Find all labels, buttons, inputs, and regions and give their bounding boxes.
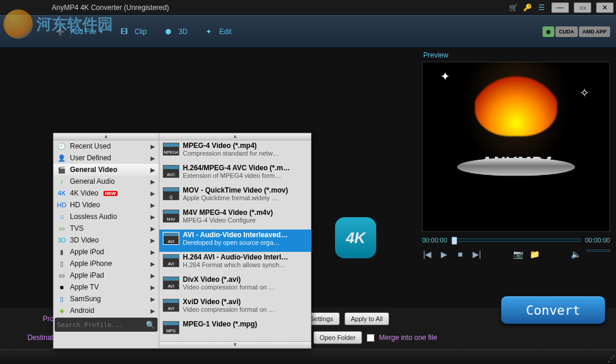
edit-button[interactable]: ✦ Edit xyxy=(202,25,232,39)
category-label: 4K Video xyxy=(70,189,99,197)
resize-grip-icon[interactable]: ⋰ xyxy=(608,355,614,363)
close-button[interactable]: ✕ xyxy=(596,2,614,13)
category-item[interactable]: ▭Apple iPad▶ xyxy=(53,269,159,281)
volume-slider[interactable] xyxy=(587,250,610,252)
category-icon: 3D xyxy=(57,236,66,244)
convert-button[interactable]: Convert xyxy=(501,296,605,324)
chevron-right-icon: ▶ xyxy=(150,225,155,232)
3d-button[interactable]: ⬢ 3D xyxy=(161,25,188,39)
time-elapsed: 00:00:00 xyxy=(422,237,447,244)
category-item[interactable]: ▯Apple iPhone▶ xyxy=(53,258,159,269)
chevron-right-icon: ▶ xyxy=(150,308,155,314)
format-item[interactable]: MPEG4MPEG-4 Video (*.mp4)Compression sta… xyxy=(159,140,311,163)
profile-search-input[interactable] xyxy=(57,321,146,329)
category-label: Lossless Audio xyxy=(70,213,117,221)
stop-button[interactable]: ■ xyxy=(455,250,466,259)
category-icon: ▯ xyxy=(57,259,66,268)
category-icon: ♪ xyxy=(57,177,66,186)
statusbar: ⋰ xyxy=(0,349,616,364)
format-icon: AVI xyxy=(163,232,179,245)
clip-icon: 🎞 xyxy=(117,25,131,39)
profile-popup: ▲ 🕘Recent Used▶👤User Defined▶🎬General Vi… xyxy=(53,133,312,349)
chevron-right-icon: ▶ xyxy=(150,190,155,197)
chevron-right-icon: ▶ xyxy=(150,237,155,244)
format-item[interactable]: AVCH.264/MPEG-4 AVC Video (*.m…Extension… xyxy=(159,163,311,185)
preview-canvas: ✦ ✧ ANYMP4 xyxy=(422,62,610,232)
category-item[interactable]: 🕘Recent Used▶ xyxy=(53,140,159,152)
format-desc: Video compression format on … xyxy=(183,284,307,291)
category-icon: 4K xyxy=(57,189,66,197)
category-icon: 👤 xyxy=(57,154,66,162)
format-item[interactable]: M4VM4V MPEG-4 Video (*.m4v)MPEG-4 Video … xyxy=(159,207,311,230)
category-item[interactable]: 4K4K VideoNEW▶ xyxy=(53,187,159,199)
category-item[interactable]: ▯SamSung▶ xyxy=(53,293,159,305)
category-item[interactable]: ▮Apple iPod▶ xyxy=(53,246,159,258)
category-scroll-up[interactable]: ▲ xyxy=(53,133,159,140)
search-icon: 🔍 xyxy=(146,321,155,329)
format-title: MOV - QuickTime Video (*.mov) xyxy=(183,186,307,194)
format-item[interactable]: AVIH.264 AVI - Audio-Video Interl…H.264 … xyxy=(159,252,311,274)
format-scroll-up[interactable]: ▲ xyxy=(159,133,311,140)
format-icon: MPG xyxy=(163,321,179,334)
add-file-button[interactable]: ➕ Add File▾ xyxy=(53,25,103,39)
category-icon: ♫ xyxy=(57,213,66,221)
apply-all-button[interactable]: Apply to All xyxy=(344,312,389,325)
format-icon: AVI xyxy=(163,277,179,289)
wand-icon: ✦ xyxy=(202,25,216,39)
menu-icon[interactable]: ☰ xyxy=(536,2,547,13)
format-item[interactable]: AVIAVI - Audio-Video Interleaved…Derelop… xyxy=(159,230,311,252)
category-item[interactable]: ◈Android▶ xyxy=(53,305,159,316)
category-item[interactable]: ♫Lossless Audio▶ xyxy=(53,211,159,223)
format-icon: MPEG4 xyxy=(163,143,179,156)
snapshot-button[interactable]: 📷 xyxy=(513,250,523,259)
category-icon: ▮ xyxy=(57,248,66,256)
profile-search[interactable]: 🔍 xyxy=(55,318,158,332)
chevron-right-icon: ▶ xyxy=(150,296,155,302)
add-file-icon: ➕ xyxy=(53,25,67,39)
volume-button[interactable]: 🔈 xyxy=(570,250,581,259)
chevron-right-icon: ▶ xyxy=(150,284,155,291)
category-item[interactable]: ▭TVS▶ xyxy=(53,223,159,234)
cube-3d-icon: ⬢ xyxy=(161,25,175,39)
chevron-right-icon: ▶ xyxy=(150,143,155,150)
category-label: TVS xyxy=(70,224,83,232)
format-title: DivX Video (*.avi) xyxy=(183,275,307,284)
cart-icon[interactable]: 🛒 xyxy=(508,2,518,13)
category-label: Android xyxy=(70,306,94,315)
category-item[interactable]: ■Apple TV▶ xyxy=(53,281,159,293)
cuda-badge: CUDA xyxy=(555,26,578,37)
seek-slider[interactable] xyxy=(451,238,581,242)
next-button[interactable]: ▶| xyxy=(471,250,482,259)
prev-button[interactable]: |◀ xyxy=(422,250,433,259)
category-item[interactable]: HDHD Video▶ xyxy=(53,199,159,211)
key-icon[interactable]: 🔑 xyxy=(522,2,533,13)
format-desc: Dereloped by open source orga… xyxy=(183,239,307,246)
main-toolbar: ➕ Add File▾ 🎞 Clip ⬢ 3D ✦ Edit ◉ CUDA AM… xyxy=(0,15,616,48)
merge-checkbox[interactable] xyxy=(367,334,374,342)
format-item[interactable]: AVIDivX Video (*.avi)Video compression f… xyxy=(159,274,311,296)
category-icon: ▭ xyxy=(57,271,66,279)
category-item[interactable]: 3D3D Video▶ xyxy=(53,234,159,246)
format-desc: MPEG-4 Video Configure xyxy=(183,217,307,224)
play-button[interactable]: ▶ xyxy=(438,250,449,259)
format-icon: M4V xyxy=(163,210,179,223)
chevron-right-icon: ▶ xyxy=(150,178,155,185)
format-item[interactable]: MPGMPEG-1 Video (*.mpg) xyxy=(159,319,311,341)
snapshot-folder-button[interactable]: 📁 xyxy=(529,250,540,259)
titlebar: AnyMP4 4K Converter (Unregistered) 🛒 🔑 ☰… xyxy=(0,0,616,15)
category-item[interactable]: ♪General Audio▶ xyxy=(53,176,159,187)
open-folder-button[interactable]: Open Folder xyxy=(313,331,362,344)
maximize-button[interactable]: ▭ xyxy=(574,2,591,13)
category-item[interactable]: 🎬General Video▶ xyxy=(53,164,159,176)
clip-button[interactable]: 🎞 Clip xyxy=(117,25,147,39)
minimize-button[interactable]: — xyxy=(551,2,569,13)
nvidia-badge: ◉ xyxy=(543,26,554,37)
format-item[interactable]: AVIXviD Video (*.avi)Video compression f… xyxy=(159,296,311,319)
chevron-right-icon: ▶ xyxy=(150,249,155,255)
category-item[interactable]: 👤User Defined▶ xyxy=(53,152,159,164)
format-item[interactable]: QMOV - QuickTime Video (*.mov)Apple Quic… xyxy=(159,185,311,207)
format-icon: AVI xyxy=(163,299,179,312)
window-title: AnyMP4 4K Converter (Unregistered) xyxy=(52,4,508,12)
format-scroll-down[interactable]: ▼ xyxy=(159,341,311,348)
format-desc: Video compression format on … xyxy=(183,306,307,313)
